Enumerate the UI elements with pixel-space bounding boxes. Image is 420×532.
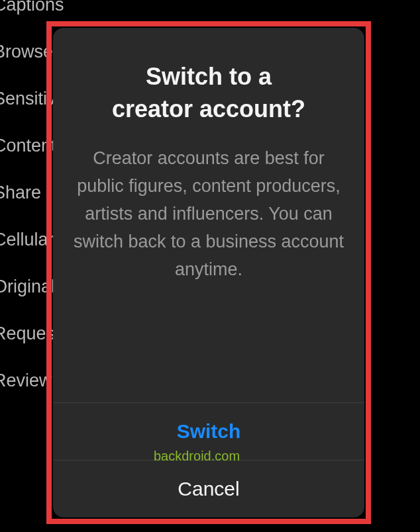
cancel-button-label: Cancel — [178, 478, 239, 500]
dialog-buttons: Switch backdroid.com Cancel — [53, 402, 364, 517]
cancel-button[interactable]: Cancel — [53, 461, 364, 517]
dialog-title: Switch to a creator account? — [73, 61, 344, 125]
dialog-description: Creator accounts are best for public fig… — [73, 145, 344, 283]
dialog-title-line1: Switch to a — [146, 63, 272, 90]
switch-account-dialog: Switch to a creator account? Creator acc… — [53, 28, 364, 517]
switch-button[interactable]: Switch backdroid.com — [53, 403, 364, 461]
switch-button-label: Switch — [177, 420, 241, 442]
dialog-title-line2: creator account? — [112, 95, 305, 122]
dialog-content: Switch to a creator account? Creator acc… — [53, 28, 364, 402]
